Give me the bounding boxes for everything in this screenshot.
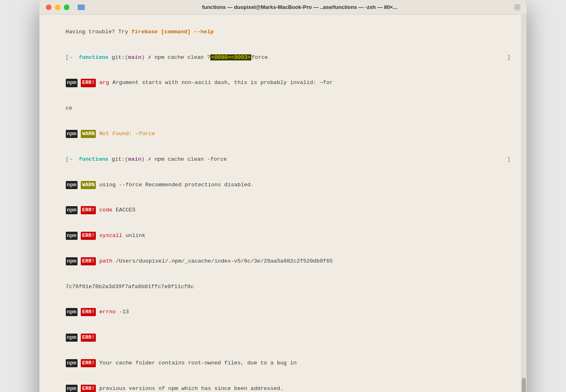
minimize-button[interactable] [55, 4, 60, 10]
line-prompt-1: [→ functions git:(main) ✗ npm cache clea… [46, 45, 520, 71]
terminal-window: functions — duopixel@Marks-MacBook-Pro —… [39, 0, 527, 392]
scrollbar-icon [514, 4, 520, 10]
line-err-path-1: npm ERR! path /Users/duopixel/.npm/_caca… [46, 249, 520, 274]
maximize-button[interactable] [64, 4, 69, 10]
titlebar: functions — duopixel@Marks-MacBook-Pro —… [39, 0, 527, 15]
line-prompt-2: [→ functions git:(main) ✗ npm cache clea… [46, 147, 520, 172]
scrollbar[interactable] [521, 15, 527, 392]
traffic-lights [46, 4, 69, 10]
line-err-path-2: 7c76f01e78b2a3d39f7afa8b81ffc7e0f11cf8c [46, 274, 520, 300]
line-err-cache-1: npm ERR! Your cache folder contains root… [46, 351, 520, 376]
line-err-code: npm ERR! code EACCES [46, 198, 520, 223]
line-err-syscall: npm ERR! syscall unlink [46, 223, 520, 249]
line-err-arg: npm ERR! arg Argument starts with non-as… [46, 71, 520, 96]
close-button[interactable] [46, 4, 52, 10]
line-info: Having trouble? Try firebase [command] -… [46, 19, 520, 45]
window-title: functions — duopixel@Marks-MacBook-Pro —… [90, 4, 510, 10]
line-err-errno: npm ERR! errno -13 [46, 299, 520, 325]
line-err-cache-2: npm ERR! previous versions of npm which … [46, 376, 520, 392]
line-warn-force: npm WARN using --force Recommended prote… [46, 172, 520, 198]
line-err-blank-1: npm ERR! [46, 325, 520, 351]
folder-icon [78, 4, 85, 10]
scrollbar-thumb[interactable] [522, 378, 526, 392]
terminal-body[interactable]: Having trouble? Try firebase [command] -… [39, 15, 527, 392]
line-err-arg2: ce [46, 96, 520, 121]
line-warn-notfound: npm WARN Not Found: —force [46, 121, 520, 147]
